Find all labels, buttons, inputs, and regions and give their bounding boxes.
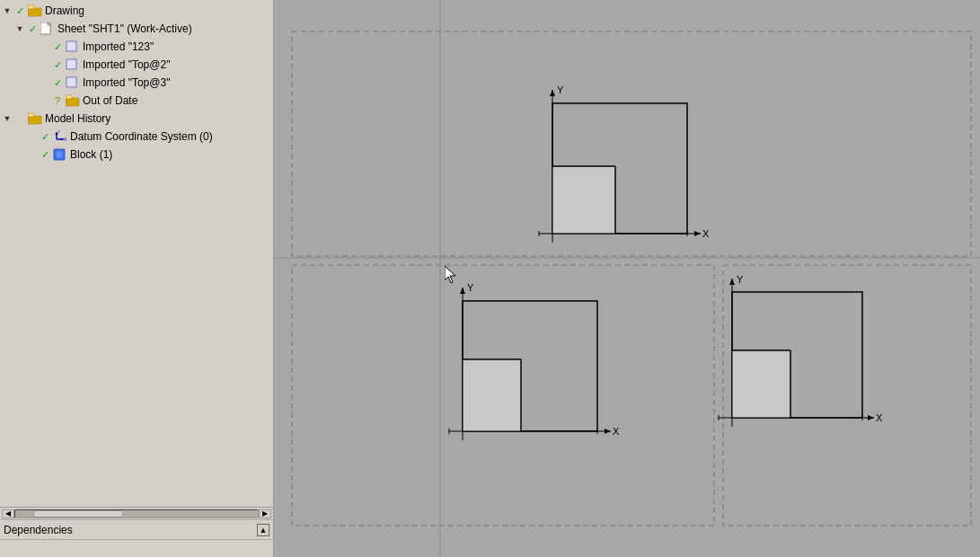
tree-label-top3: Imported "Top@3": [83, 76, 170, 89]
svg-rect-5: [66, 41, 76, 51]
scroll-left-btn[interactable]: ◀: [2, 509, 14, 518]
check-icon-top2: ✓: [51, 58, 64, 71]
expand-icon-imp123: [40, 41, 50, 52]
svg-rect-9: [66, 95, 72, 99]
canvas-area[interactable]: X Y X Y: [274, 0, 980, 557]
check-icon-ood: ?: [51, 94, 64, 107]
svg-rect-25: [552, 166, 615, 234]
expand-icon-drawing[interactable]: ▼: [2, 5, 13, 16]
svg-text:X: X: [64, 137, 67, 142]
h-scroll-thumb[interactable]: [33, 510, 123, 517]
folder-icon-ood: [66, 94, 80, 107]
svg-text:X: X: [702, 228, 710, 239]
check-icon-datum: ✓: [39, 130, 51, 143]
svg-rect-51: [732, 350, 790, 418]
check-icon-block: ✓: [39, 148, 51, 161]
dependencies-detail-bar: [0, 539, 273, 557]
tree-item-sheet1[interactable]: ▼ ✓ Sheet "SHT1" (Work-Active): [0, 20, 273, 38]
tree-label-drawing: Drawing: [45, 4, 84, 17]
view-icon-top2: [66, 58, 80, 71]
tree-label-imp123: Imported "123": [83, 40, 154, 53]
tree-label-sheet1: Sheet "SHT1" (Work-Active): [57, 22, 192, 35]
svg-rect-7: [66, 77, 76, 87]
expand-icon-datum: [27, 131, 38, 142]
tree-item-imported123[interactable]: ✓ Imported "123": [0, 38, 273, 56]
expand-icon-top2: [40, 59, 50, 70]
check-icon-top3: ✓: [51, 76, 64, 89]
svg-text:Y: Y: [467, 282, 474, 293]
view-icon-imp123: [66, 40, 80, 53]
expand-icon-mh[interactable]: ▼: [2, 113, 13, 124]
block-icon-block: [53, 148, 67, 161]
check-icon-drawing: ✓: [13, 4, 26, 17]
tree-item-imported-top3[interactable]: ✓ Imported "Top@3": [0, 74, 273, 92]
left-panel: ▼ ✓ Drawing ▼ ✓ Sheet "SHT1" (Work-: [0, 0, 274, 557]
h-scrollbar[interactable]: ◀ ▶: [0, 507, 273, 519]
expand-icon-top3: [40, 77, 50, 88]
tree-item-outofdate[interactable]: ? Out of Date: [0, 92, 273, 110]
folder-icon-drawing: [28, 4, 42, 17]
expand-icon-block: [27, 149, 38, 160]
expand-icon-ood: [40, 95, 50, 106]
dependencies-header: Dependencies ▲: [0, 519, 273, 539]
svg-text:X: X: [613, 426, 620, 437]
tree-label-block: Block (1): [70, 148, 112, 161]
svg-text:Y: Y: [57, 130, 61, 134]
check-icon-imp123: ✓: [51, 40, 64, 53]
tree-item-drawing[interactable]: ▼ ✓ Drawing: [0, 2, 273, 20]
tree-label-datum: Datum Coordinate System (0): [70, 130, 213, 143]
tree-item-modelhistory[interactable]: ▼ Model History: [0, 110, 273, 128]
folder-icon-mh: [28, 112, 42, 125]
tree-item-imported-top2[interactable]: ✓ Imported "Top@2": [0, 56, 273, 74]
svg-rect-38: [463, 359, 521, 431]
svg-rect-8: [66, 98, 79, 106]
tree-item-datum[interactable]: ✓ X Y Datum Coordinate System (0): [0, 128, 273, 146]
check-icon-mh: [13, 112, 26, 125]
tree-item-block[interactable]: ✓ Block (1): [0, 146, 273, 164]
svg-rect-0: [28, 8, 41, 16]
dependencies-expand-btn[interactable]: ▲: [257, 524, 269, 536]
svg-rect-10: [28, 116, 41, 124]
sheet-icon-sheet1: [40, 22, 55, 35]
scroll-right-btn[interactable]: ▶: [259, 509, 271, 518]
svg-text:X: X: [876, 412, 883, 423]
tree-label-top2: Imported "Top@2": [83, 58, 170, 71]
tree-label-mh: Model History: [45, 112, 110, 125]
svg-rect-19: [56, 151, 63, 158]
svg-text:Y: Y: [737, 274, 744, 285]
tree-area[interactable]: ▼ ✓ Drawing ▼ ✓ Sheet "SHT1" (Work-: [0, 0, 273, 507]
dependencies-label: Dependencies: [4, 524, 73, 536]
tree-label-ood: Out of Date: [83, 94, 137, 107]
h-scroll-track[interactable]: [14, 509, 259, 518]
cs-icon-datum: X Y: [53, 130, 67, 143]
svg-rect-1: [28, 5, 34, 9]
canvas-svg: X Y X Y: [274, 0, 980, 557]
svg-text:Y: Y: [557, 84, 564, 95]
view-icon-top3: [66, 76, 80, 89]
check-icon-sheet1: ✓: [26, 22, 39, 35]
expand-icon-sheet1[interactable]: ▼: [14, 23, 25, 34]
svg-rect-20: [274, 0, 980, 557]
svg-rect-11: [28, 113, 34, 117]
svg-rect-6: [66, 59, 76, 69]
